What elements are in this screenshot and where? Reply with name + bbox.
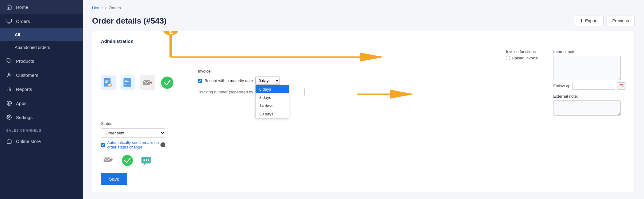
sidebar-item-settings-label: Settings <box>16 115 33 120</box>
status-select[interactable]: Order sent Pending Processing Completed … <box>101 128 165 138</box>
tracking-label: Tracking number (seperated by <box>198 90 253 94</box>
sidebar-item-settings[interactable]: Settings <box>0 110 83 124</box>
sidebar-item-all-label: All <box>15 32 20 37</box>
svg-point-10 <box>9 117 10 118</box>
svg-rect-20 <box>105 81 108 81</box>
orders-icon <box>6 18 12 24</box>
sidebar-item-reports[interactable]: Reports <box>0 82 83 96</box>
external-note-textarea[interactable] <box>553 100 621 116</box>
products-icon <box>6 58 12 64</box>
status-col: Status: Order sent Pending Processing Co… <box>101 121 165 149</box>
page-header: Order details (#543) ⬆ Export Previous <box>83 13 644 31</box>
header-buttons: ⬆ Export Previous <box>574 16 635 26</box>
settings-icon <box>6 114 12 120</box>
sidebar-item-apps-label: Apps <box>16 101 26 106</box>
invoice-section: Invoice: Record with a maturity date 0 d… <box>198 69 305 96</box>
apps-icon <box>6 100 12 106</box>
record-checkbox[interactable] <box>198 79 202 83</box>
svg-rect-0 <box>7 19 12 22</box>
sidebar-item-customers[interactable]: Customers <box>0 68 83 82</box>
internal-note-label: Internal note: <box>553 49 626 54</box>
note-section: Internal note: Follow up 📅 External note… <box>553 49 626 116</box>
internal-note-textarea[interactable] <box>553 56 621 80</box>
customers-icon <box>6 72 12 78</box>
invoice-label-row: Invoice: <box>198 69 305 73</box>
administration-title: Administration <box>101 39 626 44</box>
svg-rect-27 <box>125 81 129 82</box>
sidebar-item-all[interactable]: All <box>0 28 83 41</box>
sidebar-item-products[interactable]: Products <box>0 54 83 68</box>
auto-email-checkbox[interactable] <box>101 143 105 147</box>
svg-point-14 <box>164 31 178 35</box>
export-icon: ⬆ <box>580 18 583 23</box>
follow-up-input[interactable] <box>572 82 615 90</box>
calendar-button[interactable]: 📅 <box>617 82 626 90</box>
store-icon <box>6 138 12 144</box>
svg-rect-30 <box>143 80 150 85</box>
follow-up-label: Follow up <box>553 84 570 88</box>
previous-button[interactable]: Previous <box>607 16 635 26</box>
external-note-label: External note: <box>553 94 626 99</box>
status-row: Status: Order sent Pending Processing Co… <box>101 121 626 149</box>
main-content: Home > Orders Order details (#543) ⬆ Exp… <box>83 0 644 199</box>
days-option-14[interactable]: 14 days <box>256 102 289 110</box>
svg-point-37 <box>148 160 149 161</box>
svg-rect-23 <box>108 84 111 85</box>
sidebar-item-orders[interactable]: Orders <box>0 14 83 28</box>
sidebar-item-orders-label: Orders <box>16 19 30 24</box>
invoice-label: Invoice: <box>198 69 212 73</box>
svg-rect-28 <box>125 83 127 83</box>
sidebar-item-home-label: Home <box>16 5 28 10</box>
breadcrumb: Home > Orders <box>83 0 644 13</box>
reports-icon <box>6 86 12 92</box>
sales-channels-label: SALES CHANNELS <box>0 124 83 134</box>
sidebar-item-apps[interactable]: Apps <box>0 96 83 110</box>
svg-point-36 <box>146 160 147 161</box>
sidebar-item-home[interactable]: Home <box>0 0 83 14</box>
status-label: Status: <box>101 121 165 126</box>
chat-icon <box>139 153 154 168</box>
content-area: 1 Administration <box>83 31 644 199</box>
days-option-30[interactable]: 30 days <box>256 110 289 118</box>
breadcrumb-separator: > <box>105 6 107 10</box>
svg-rect-21 <box>105 82 107 83</box>
svg-text:1: 1 <box>168 31 173 35</box>
upload-checkbox[interactable] <box>506 56 510 60</box>
auto-email-row: Automatically send emails onorder status… <box>101 140 165 149</box>
order-card: 1 Administration <box>92 31 635 193</box>
breadcrumb-home[interactable]: Home <box>92 6 103 10</box>
svg-point-31 <box>161 77 173 89</box>
right-panel: Invoice functions Upload invoice Interna… <box>494 49 626 116</box>
days-dropdown-wrapper: 0 days 8 days 14 days 30 days 0 days 8 d… <box>255 77 280 85</box>
sidebar-item-abandoned-label: Abandoned orders <box>15 45 50 50</box>
email-send-icon <box>140 75 155 90</box>
export-button[interactable]: ⬆ Export <box>574 16 603 26</box>
home-icon <box>6 4 12 10</box>
follow-up-row: Follow up 📅 <box>553 82 626 90</box>
svg-rect-32 <box>104 158 111 162</box>
check2-icon <box>120 153 135 168</box>
sidebar-item-online-store[interactable]: Online store <box>0 134 83 148</box>
days-option-0[interactable]: 0 days <box>256 85 289 93</box>
upload-row: Upload invoice <box>506 56 538 60</box>
sidebar-item-abandoned[interactable]: Abandoned orders <box>0 41 83 54</box>
invoice-icon <box>101 75 116 90</box>
svg-point-35 <box>144 160 145 161</box>
svg-rect-24 <box>108 85 110 86</box>
save-button[interactable]: Save <box>101 173 127 185</box>
record-row: Record with a maturity date 0 days 8 day… <box>198 77 305 85</box>
sidebar-item-products-label: Products <box>16 58 34 64</box>
info-icon[interactable]: i <box>160 142 165 147</box>
auto-email-label: Automatically send emails onorder status… <box>107 140 159 149</box>
second-workflow-row <box>101 153 626 168</box>
svg-rect-19 <box>105 80 109 81</box>
days-option-8[interactable]: 8 days <box>256 93 289 102</box>
svg-rect-22 <box>108 84 112 86</box>
sidebar-item-customers-label: Customers <box>16 73 38 78</box>
admin-workflow-row: Invoice: Record with a maturity date 0 d… <box>101 49 626 116</box>
days-select[interactable]: 0 days 8 days 14 days 30 days <box>255 77 280 85</box>
sidebar-item-reports-label: Reports <box>16 87 32 92</box>
days-dropdown-menu: 0 days 8 days 14 days 30 days <box>255 85 289 118</box>
record-label: Record with a maturity date <box>204 78 253 83</box>
svg-point-4 <box>8 73 10 75</box>
